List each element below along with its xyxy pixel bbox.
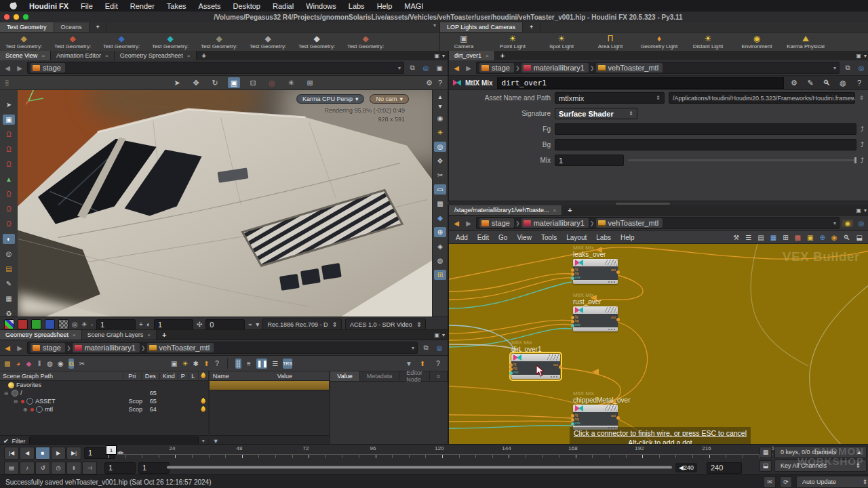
tab-scene-view[interactable]: Scene View× <box>0 51 51 60</box>
help-icon[interactable]: ? <box>853 79 865 87</box>
exposure-plus-button[interactable]: + <box>139 321 143 328</box>
col-kind[interactable]: Kind <box>159 373 178 380</box>
tab-editor-node[interactable]: Editor Node <box>399 371 430 381</box>
follow-target-icon[interactable]: ◎ <box>856 64 867 72</box>
handles-tool-icon[interactable]: ▣ <box>228 77 240 88</box>
fg-node-chooser-icon[interactable]: ⤴ <box>861 125 864 133</box>
mix-node-chooser-icon[interactable]: ⤴ <box>861 157 864 164</box>
snap-orientation-icon[interactable]: Ω <box>3 129 15 140</box>
offset-field[interactable]: 0 <box>205 319 245 330</box>
tree-view-mode-icon[interactable]: ⣿ <box>235 359 241 369</box>
keyframe-colors-icon[interactable]: ▦ <box>760 447 772 458</box>
bg-node-chooser-icon[interactable]: ⤴ <box>861 141 864 148</box>
prim-pattern-icon[interactable]: ◕ <box>15 359 21 369</box>
box-select-icon[interactable]: ⊡ <box>247 77 259 88</box>
fan-shading-icon[interactable]: ✥ <box>434 156 446 166</box>
clipping-icon[interactable]: ✂ <box>434 170 446 180</box>
snapshot-icon[interactable]: ◍ <box>434 256 446 266</box>
asset-name-select[interactable]: mtlxmix⇕ <box>555 92 665 104</box>
keys-channels-info-button[interactable]: 0 keys, 0/0 channels▴ <box>774 446 867 458</box>
menu-desktop[interactable]: Desktop <box>233 2 260 10</box>
viewport-path-field[interactable]: stage ▾ <box>27 62 404 74</box>
scroll-up-icon[interactable]: ▴ <box>434 94 446 100</box>
help-icon[interactable]: ? <box>433 359 443 369</box>
col-p[interactable]: P <box>178 373 188 380</box>
search-icon[interactable]: 🔍︎ <box>844 234 850 241</box>
menu-tools[interactable]: Tools <box>541 234 557 241</box>
help-icon[interactable]: ? <box>214 359 220 369</box>
nav-back-icon[interactable]: ◀ <box>3 64 12 72</box>
param-path-field[interactable]: stage ❯ materiallibrary1 ❯ vehToaster_mt… <box>476 62 840 74</box>
letterbox-mask-icon[interactable]: ▭ <box>434 184 446 195</box>
info-circle-icon[interactable]: ◍ <box>47 359 53 369</box>
go-to-start-button[interactable]: |◀ <box>4 447 19 460</box>
link-selection-icon[interactable]: ⧉ <box>68 359 75 369</box>
shelf-tool-geometry-light[interactable]: ♦Geometry Light <box>638 34 680 50</box>
close-tab-icon[interactable]: × <box>147 332 151 338</box>
auto-update-select[interactable]: Auto Update⇕ <box>796 476 868 488</box>
input-pin-mix[interactable] <box>509 371 513 375</box>
add-pane-tab-button[interactable]: + <box>157 330 172 340</box>
follow-target-icon[interactable]: ◎ <box>856 220 867 227</box>
hierarchy-icon[interactable]: ▣ <box>171 359 177 369</box>
scene-graph-path-field[interactable]: stage ❯ materiallibrary1 ❯ vehToaster_mt… <box>27 342 418 354</box>
add-pane-tab-button[interactable]: + <box>562 205 577 215</box>
color-palette-icon[interactable]: ▦ <box>770 234 776 241</box>
tab-network-path[interactable]: /stage/materiallibrary1/vehToaste...× <box>449 205 562 215</box>
tab-geometry-spreadsheet[interactable]: Geometry Spreadsheet× <box>115 51 197 60</box>
range-end-field[interactable]: 240 <box>707 462 742 474</box>
colorbar-menu-icon[interactable]: ▾ <box>256 321 259 328</box>
fg-input[interactable] <box>555 123 856 135</box>
node-leaks-over[interactable]: MtlX Mix leaks_over fg bg mix out <box>573 245 618 284</box>
linked-pane-icon[interactable]: ▣ <box>434 64 445 72</box>
breadcrumb-vehtoaster-mtl[interactable]: vehToaster_mtl <box>596 63 663 73</box>
nav-back-icon[interactable]: ◀ <box>452 220 461 227</box>
help-icon[interactable]: ? <box>438 79 442 87</box>
viewport-3d[interactable]: ➤ ▣ Ω Ω Ω ▲ Ω Ω Ω ◐ ◎ ▤ ✎ ▦ ♻ <box>0 90 448 317</box>
pin-pane-icon[interactable]: ⧉ <box>420 344 431 352</box>
green-channel-icon[interactable] <box>31 319 41 329</box>
toaster-icon[interactable]: ◉ <box>831 234 837 241</box>
nav-forward-icon[interactable]: ▶ <box>15 64 24 72</box>
shelf-tab-oceans[interactable]: Oceans <box>54 22 90 32</box>
sticky-note-icon[interactable]: ▣ <box>807 234 813 241</box>
messages-icon[interactable]: ✉ <box>764 476 776 488</box>
alpha-channel-icon[interactable] <box>58 319 68 329</box>
maximize-window-button[interactable] <box>23 14 28 20</box>
red-channel-icon[interactable] <box>18 319 28 329</box>
shelf-tab-test-geometry[interactable]: Test Geometry <box>0 22 54 32</box>
drag-handle-icon[interactable]: ⣿ <box>0 79 15 86</box>
node-flags-stripes[interactable] <box>605 405 617 411</box>
col-l[interactable]: L <box>188 373 198 380</box>
scroll-down-icon[interactable]: ▾ <box>434 104 446 109</box>
nav-back-icon[interactable]: ◀ <box>3 344 12 352</box>
menu-file[interactable]: File <box>81 2 93 10</box>
gear-menu-icon[interactable]: ⚙ <box>788 79 800 87</box>
add-pane-tab-button[interactable]: + <box>197 51 212 60</box>
breadcrumb-stage[interactable]: stage <box>479 218 514 228</box>
grid-snap-icon[interactable]: ⊞ <box>783 234 788 241</box>
input-pin-fg[interactable] <box>571 268 574 272</box>
menu-render[interactable]: Render <box>130 2 155 10</box>
col-des[interactable]: Des <box>141 373 159 380</box>
close-tab-icon[interactable]: × <box>41 53 45 59</box>
node-name-field[interactable]: dirt_over1 <box>497 77 784 89</box>
sun-display-icon[interactable]: ☀ <box>182 359 189 369</box>
keyframe-set-icon[interactable]: ⬓ <box>760 460 772 472</box>
breadcrumb-stage[interactable]: stage <box>479 63 514 73</box>
node-rust-over[interactable]: MtlX Mix rust_over fg bg mix out <box>573 292 618 331</box>
tree-row-mtl[interactable]: ⊕mtl Scop64 <box>0 405 208 413</box>
tree-list-icon[interactable]: ☰ <box>745 234 751 241</box>
menu-magi[interactable]: MAGI <box>404 2 423 10</box>
input-pin-fg[interactable] <box>571 316 574 319</box>
wrench-icon[interactable]: ⚒ <box>733 234 739 241</box>
menu-layout[interactable]: Layout <box>566 234 587 241</box>
nav-forward-icon[interactable]: ▶ <box>15 344 24 352</box>
layout-geometry-icon[interactable]: ▦ <box>3 293 15 304</box>
breadcrumb-vehtoaster-mtl[interactable]: vehToaster_mtl <box>147 343 214 352</box>
breadcrumb-stage[interactable]: stage <box>31 63 65 73</box>
search-icon[interactable]: 🔍︎ <box>821 79 833 87</box>
path-dropdown-icon[interactable]: ▾ <box>833 220 836 226</box>
menu-edit[interactable]: Edit <box>105 2 118 10</box>
loop-mode-icon[interactable]: ↺ <box>35 462 50 474</box>
